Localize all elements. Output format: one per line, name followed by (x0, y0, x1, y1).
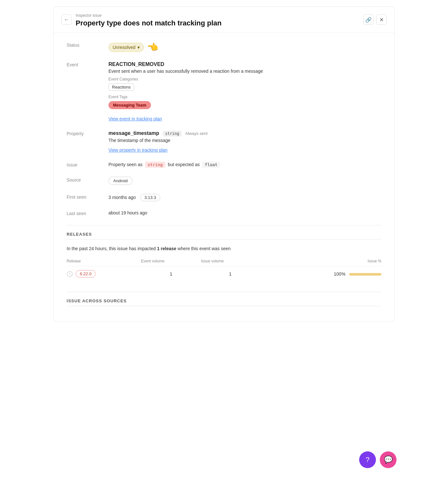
first-seen-text: 3 months ago (108, 195, 136, 200)
title-block: Inspector issue Property type does not m… (76, 13, 222, 27)
event-label: Event (67, 61, 108, 67)
issue-across-section: ISSUE ACROSS SOURCES (67, 292, 381, 306)
issue-middle: but expected as (168, 162, 200, 167)
event-volume-cell: 1 (141, 266, 201, 282)
issue-pct-text: 100% (334, 271, 345, 277)
property-header: message_timestamp string Always sent (108, 130, 381, 137)
event-tags: Messaging Team (108, 101, 381, 109)
issue-seen-badge: string (145, 162, 165, 168)
progress-bar (349, 273, 381, 276)
releases-title-divider (67, 239, 381, 240)
releases-section: RELEASES In the past 24 hours, this issu… (67, 232, 381, 281)
status-label: Status (67, 42, 108, 48)
event-value: REACTION_REMOVED Event sent when a user … (108, 61, 381, 121)
releases-table-header: Release Event volume Issue volume Issue … (67, 256, 381, 266)
first-seen-label: First seen (67, 194, 108, 200)
help-fab-button[interactable]: ? (359, 451, 376, 468)
property-name: message_timestamp (108, 130, 159, 136)
status-text: Unresolved (113, 45, 135, 50)
category-chip: Reactions (108, 83, 134, 91)
property-label: Property (67, 130, 108, 136)
issue-value: Property seen as string but expected as … (108, 162, 381, 168)
chat-icon: 💬 (384, 456, 393, 464)
issue-pct-cell: 100% (259, 266, 381, 282)
link-button[interactable]: 🔗 (363, 14, 374, 25)
releases-desc-suffix-text: where this event was seen (178, 246, 231, 251)
releases-desc-prefix: In the past 24 hours, this issue has imp… (67, 246, 156, 251)
status-value: Unresolved ▾ 👈 (108, 42, 381, 52)
status-row: Status Unresolved ▾ 👈 (67, 42, 381, 52)
header-left: ← Inspector issue Property type does not… (61, 13, 222, 27)
releases-description: In the past 24 hours, this issue has imp… (67, 246, 381, 251)
issue-volume-cell: 1 (201, 266, 259, 282)
release-cell: 6.22.0 (67, 266, 141, 282)
releases-impacted-count: 1 release (157, 246, 176, 251)
last-seen-row: Last seen about 19 hours ago (67, 210, 381, 216)
help-icon: ? (366, 456, 369, 464)
release-version-badge: 6.22.0 (76, 270, 96, 278)
event-row: Event REACTION_REMOVED Event sent when a… (67, 61, 381, 121)
source-row: Source Android (67, 177, 381, 185)
panel-title: Property type does not match tracking pl… (76, 19, 222, 27)
first-seen-row: First seen 3 months ago 3.13.3 (67, 194, 381, 201)
last-seen-text: about 19 hours ago (108, 210, 147, 215)
release-version-cell: 6.22.0 (67, 270, 141, 278)
status-badge[interactable]: Unresolved ▾ (108, 43, 144, 52)
issue-label: Issue (67, 162, 108, 167)
issue-expected-badge: float (202, 162, 220, 168)
property-description: The timestamp of the message (108, 138, 381, 143)
col-event-volume: Event volume (141, 256, 201, 266)
back-button[interactable]: ← (61, 14, 72, 25)
table-row: 6.22.0 1 1 100% (67, 266, 381, 282)
status-emoji: 👈 (147, 42, 158, 52)
event-description: Event sent when a user has successfully … (108, 69, 381, 74)
property-type-badge: string (163, 131, 181, 137)
property-row: Property message_timestamp string Always… (67, 130, 381, 153)
issue-across-title-divider (67, 306, 381, 306)
panel-subtitle: Inspector issue (76, 13, 222, 18)
issue-row: Issue Property seen as string but expect… (67, 162, 381, 168)
chevron-down-icon: ▾ (137, 45, 140, 50)
first-seen-version: 3.13.3 (140, 194, 160, 201)
inspector-issue-panel: ← Inspector issue Property type does not… (53, 6, 395, 322)
releases-title: RELEASES (67, 232, 381, 237)
fab-container: ? 💬 (359, 451, 397, 468)
last-seen-value: about 19 hours ago (108, 210, 381, 215)
last-seen-label: Last seen (67, 210, 108, 216)
col-issue-volume: Issue volume (201, 256, 259, 266)
source-badge: Android (108, 177, 133, 185)
event-name: REACTION_REMOVED (108, 61, 381, 67)
property-value: message_timestamp string Always sent The… (108, 130, 381, 153)
event-categories: Reactions (108, 83, 381, 91)
releases-divider (67, 225, 381, 225)
panel-header: ← Inspector issue Property type does not… (54, 7, 394, 33)
issue-prefix: Property seen as (108, 162, 143, 167)
chat-fab-button[interactable]: 💬 (380, 451, 397, 468)
source-value: Android (108, 177, 381, 185)
col-release: Release (67, 256, 141, 266)
view-property-link[interactable]: View property in tracking plan (108, 147, 167, 153)
releases-table: Release Event volume Issue volume Issue … (67, 256, 381, 281)
issue-across-divider (67, 292, 381, 292)
header-right: 🔗 ✕ (363, 14, 387, 25)
event-tags-label: Event Tags (108, 95, 381, 99)
event-categories-label: Event Categories (108, 77, 381, 81)
col-issue-pct: Issue % (259, 256, 381, 266)
first-seen-value: 3 months ago 3.13.3 (108, 194, 381, 201)
panel-body: Status Unresolved ▾ 👈 Event REACTION_REM… (54, 33, 394, 322)
property-sent-label: Always sent (185, 131, 208, 136)
close-button[interactable]: ✕ (376, 14, 387, 25)
source-label: Source (67, 177, 108, 183)
issue-across-title: ISSUE ACROSS SOURCES (67, 298, 381, 303)
tag-chip-messaging: Messaging Team (108, 101, 151, 109)
view-event-link[interactable]: View event in tracking plan (108, 116, 162, 121)
clock-icon (67, 271, 73, 277)
